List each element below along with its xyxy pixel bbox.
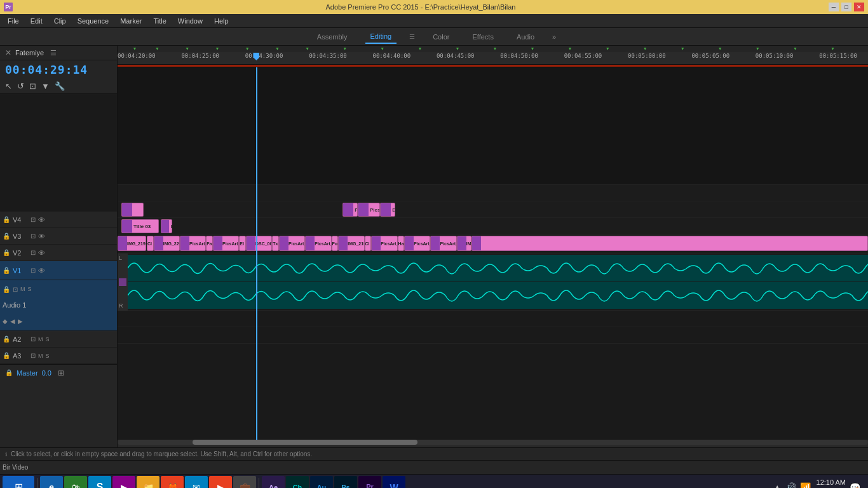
v1-clip-picsart1b[interactable]: PicsArt_1 (213, 236, 239, 251)
v3-eye-icon[interactable]: 👁 (38, 233, 45, 240)
v1-clip-cl2[interactable]: Cl (365, 236, 372, 251)
v1-lock-icon[interactable]: 🔒 (3, 267, 10, 274)
v2-eye-icon[interactable]: 👁 (38, 249, 45, 257)
notifications-icon[interactable]: 💬 (850, 482, 860, 489)
menu-edit[interactable]: Edit (25, 16, 48, 26)
v1-clip-picsart1a[interactable]: PicsArt_1 (180, 236, 206, 251)
tab-color[interactable]: Color (428, 30, 454, 43)
skype-taskbar-icon[interactable]: S (88, 476, 111, 489)
v4-track-icon[interactable]: ⊡ (31, 216, 36, 223)
character-animator-taskbar-icon[interactable]: Ch (286, 476, 309, 489)
v4-track-content[interactable] (118, 185, 868, 201)
v2-clip-ha[interactable]: Ha (161, 219, 172, 233)
v1-clip-dsc066[interactable]: DSC_066 (246, 236, 272, 251)
v1-clip-cl1[interactable]: Cl (147, 236, 154, 251)
firefox-taskbar-icon[interactable]: 🦊 (161, 476, 184, 489)
v1-track-icon[interactable]: ⊡ (31, 267, 36, 274)
v3-clip-fa[interactable]: Fa (342, 203, 358, 217)
v3-clip-bla[interactable]: Bla (380, 203, 395, 217)
a2-mute-button[interactable]: M (38, 336, 43, 342)
panel-menu-icon[interactable]: ☰ (50, 49, 57, 57)
explorer-taskbar-icon[interactable]: 📁 (137, 476, 159, 489)
menu-window[interactable]: Window (173, 16, 208, 26)
v1-clip-img220[interactable]: IMG_220 (154, 236, 180, 251)
scroll-track[interactable] (118, 440, 868, 445)
photoshop-taskbar-icon[interactable]: Ps (334, 476, 357, 489)
playhead-marker[interactable] (256, 53, 262, 60)
v1-clip-tx[interactable]: Tx (272, 236, 279, 251)
system-clock[interactable]: 12:10 AM 1/14/2016 (815, 478, 846, 488)
v4-eye-icon[interactable]: 👁 (38, 216, 45, 224)
a1-audio-content[interactable]: L R (118, 254, 868, 311)
tab-effects[interactable]: Effects (467, 30, 498, 43)
a2-lock-icon[interactable]: 🔒 (3, 336, 10, 342)
volume-tray-icon[interactable]: 🔊 (785, 482, 796, 489)
v1-eye-icon[interactable]: 👁 (38, 267, 45, 274)
v2-clip-title03[interactable]: Title 03 (121, 219, 159, 233)
editing-options-icon[interactable]: ☰ (409, 33, 415, 40)
a3-mute-button[interactable]: M (38, 353, 43, 359)
a3-track-icon[interactable]: ⊡ (31, 352, 36, 359)
after-effects-taskbar-icon[interactable]: Ae (262, 476, 285, 489)
a1-mute-button[interactable]: M (20, 286, 25, 292)
panel-close-icon[interactable]: ✕ (5, 48, 11, 57)
media-taskbar-icon[interactable]: ▶ (112, 476, 135, 489)
v3-clip-picsa[interactable]: PicsA (358, 203, 380, 217)
menu-help[interactable]: Help (209, 16, 234, 26)
menu-sequence[interactable]: Sequence (72, 16, 114, 26)
a1-prev-kf-icon[interactable]: ◀ (10, 318, 15, 325)
ripple-tool[interactable]: ↺ (17, 81, 24, 91)
close-button[interactable]: ✕ (854, 3, 864, 11)
scroll-thumb[interactable] (193, 440, 417, 445)
v2-track-content[interactable]: Title 03 Ha (118, 218, 868, 234)
timeline[interactable]: ▼ ▼ ▼ ▼ ▼ ▼ ▼ ▼ ▼ ▼ ▼ ▼ ▼ ▼ ▼ ▼ ▼ ▼ ▼ ▼ (118, 46, 868, 447)
v1-clip-im[interactable]: IM (457, 236, 472, 251)
a2-track-content[interactable] (118, 311, 868, 327)
tab-editing[interactable]: Editing (365, 30, 397, 44)
premiere-taskbar-icon[interactable]: Pr (358, 476, 381, 489)
network2-tray-icon[interactable]: 📶 (800, 482, 811, 489)
v3-clip-1[interactable] (121, 203, 144, 217)
v1-clip-picsart1f[interactable]: PicsArt_1 (404, 236, 430, 251)
v1-clip-fo[interactable]: Fo (332, 236, 339, 251)
a1-lock-icon[interactable]: 🔒 (3, 286, 10, 293)
a1-track-icon[interactable]: ⊡ (13, 286, 18, 293)
v2-lock-icon[interactable]: 🔒 (3, 249, 10, 256)
v1-clip-picsart1c[interactable]: PicsArt_1 (279, 236, 305, 251)
v1-track-content[interactable]: IMG_2190 Cl IMG_220 PicsArt_1 Fa (118, 234, 868, 254)
v2-track-icon[interactable]: ⊡ (31, 249, 36, 256)
store-taskbar-icon[interactable]: 🛍 (64, 476, 87, 489)
ie-taskbar-icon[interactable]: e (40, 476, 63, 489)
tab-assembly[interactable]: Assembly (312, 30, 353, 43)
menu-title[interactable]: Title (148, 16, 171, 26)
a3-track-content[interactable] (118, 327, 868, 344)
track-content[interactable]: Fa PicsA Bla Title 03 (118, 67, 868, 440)
a1-solo-button[interactable]: S (28, 286, 32, 292)
v1-clip-img219[interactable]: IMG_219 (338, 236, 364, 251)
tab-audio[interactable]: Audio (512, 30, 539, 43)
v3-track-icon[interactable]: ⊡ (31, 233, 36, 240)
media2-taskbar-icon[interactable]: ▶ (209, 476, 232, 489)
v1-clip-picsart1d[interactable]: PicsArt_1 (305, 236, 331, 251)
v1-clip-fa[interactable]: Fa (206, 236, 213, 251)
mail-taskbar-icon[interactable]: ✉ (185, 476, 208, 489)
master-next-icon[interactable]: ⊞ (58, 369, 64, 377)
razor-tool[interactable]: ▼ (41, 81, 50, 91)
v4-lock-icon[interactable]: 🔒 (3, 216, 10, 223)
start-button[interactable]: ⊞ (3, 476, 34, 489)
v3-track-content[interactable]: Fa PicsA Bla (118, 201, 868, 218)
horizontal-scrollbar[interactable] (118, 440, 868, 447)
v1-clip-img2190[interactable]: IMG_2190 (118, 236, 146, 251)
master-lock-icon[interactable]: 🔒 (5, 369, 13, 376)
minimize-button[interactable]: ─ (829, 3, 839, 11)
wrench-tool[interactable]: 🔧 (55, 81, 65, 91)
word-taskbar-icon[interactable]: W (383, 476, 405, 489)
v3-lock-icon[interactable]: 🔒 (3, 233, 10, 240)
misc-taskbar-icon[interactable]: 💼 (233, 476, 256, 489)
a3-solo-button[interactable]: S (46, 353, 50, 359)
v1-clip-el[interactable]: El (239, 236, 246, 251)
v1-clip-more[interactable] (471, 236, 868, 251)
track-select-tool[interactable]: ⊡ (29, 81, 36, 91)
menu-clip[interactable]: Clip (49, 16, 71, 26)
v1-clip-picsart1e[interactable]: PicsArt_1 (371, 236, 397, 251)
